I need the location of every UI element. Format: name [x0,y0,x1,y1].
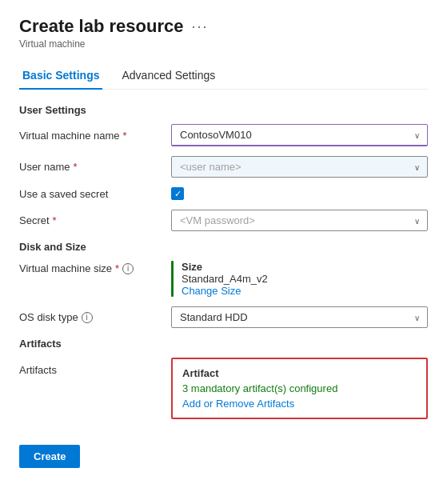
os-disk-row: OS disk type i Standard HDD ∨ [19,306,428,328]
secret-label: Secret * [19,214,171,226]
disk-size-section-title: Disk and Size [19,241,428,253]
secret-row: Secret * <VM password> ∨ [19,210,428,231]
user-name-required-star: * [74,161,78,173]
user-settings-section-title: User Settings [19,104,428,116]
size-heading: Size [182,261,268,273]
vm-name-row: Virtual machine name * ContosoVM010 ∨ [19,124,428,146]
os-disk-dropdown[interactable]: Standard HDD [171,306,428,328]
user-name-input[interactable] [171,156,428,178]
saved-secret-checkbox[interactable]: ✓ [171,187,184,200]
artifact-heading: Artifact [182,367,417,379]
vm-size-label: Virtual machine size * i [19,261,171,274]
artifacts-control: Artifact 3 mandatory artifact(s) configu… [171,358,428,419]
artifacts-row: Artifacts Artifact 3 mandatory artifact(… [19,358,428,419]
create-button[interactable]: Create [19,445,80,468]
artifacts-section-title: Artifacts [19,338,428,350]
vm-name-label: Virtual machine name * [19,130,171,142]
required-star: * [123,130,127,142]
os-disk-info-icon: i [82,312,93,323]
user-name-label: User name * [19,161,171,173]
secret-required-star: * [53,214,57,226]
change-size-link[interactable]: Change Size [182,285,268,297]
artifacts-box: Artifact 3 mandatory artifact(s) configu… [171,358,428,419]
secret-control: <VM password> ∨ [171,210,428,231]
vm-size-required-star: * [115,262,119,274]
saved-secret-row: Use a saved secret ✓ [19,187,428,200]
green-bar [171,261,174,297]
os-disk-control: Standard HDD ∨ [171,306,428,328]
artifact-desc: 3 mandatory artifact(s) configured [182,382,417,394]
vm-size-row: Virtual machine size * i Size Standard_A… [19,261,428,297]
saved-secret-control: ✓ [171,187,428,200]
check-icon: ✓ [174,190,182,198]
user-name-row: User name * ∨ [19,156,428,178]
tab-bar: Basic Settings Advanced Settings [19,62,428,90]
saved-secret-label: Use a saved secret [19,188,171,200]
tab-advanced[interactable]: Advanced Settings [118,62,218,90]
vm-size-control: Size Standard_A4m_v2 Change Size [171,261,428,297]
secret-dropdown[interactable]: <VM password> [171,210,428,231]
tab-basic[interactable]: Basic Settings [19,62,102,90]
vm-name-dropdown[interactable]: ContosoVM010 [171,124,428,146]
user-name-control: ∨ [171,156,428,178]
artifacts-label: Artifacts [19,358,171,376]
page-title: Create lab resource [19,16,183,37]
add-remove-artifacts-link[interactable]: Add or Remove Artifacts [182,398,294,410]
ellipsis-menu[interactable]: ··· [191,18,208,35]
size-value: Standard_A4m_v2 [182,273,268,285]
os-disk-label: OS disk type i [19,311,171,323]
vm-size-info-icon: i [122,263,134,274]
page-header: Create lab resource ··· Virtual machine [19,16,428,50]
vm-name-control: ContosoVM010 ∨ [171,124,428,146]
page-subtitle: Virtual machine [19,38,428,50]
